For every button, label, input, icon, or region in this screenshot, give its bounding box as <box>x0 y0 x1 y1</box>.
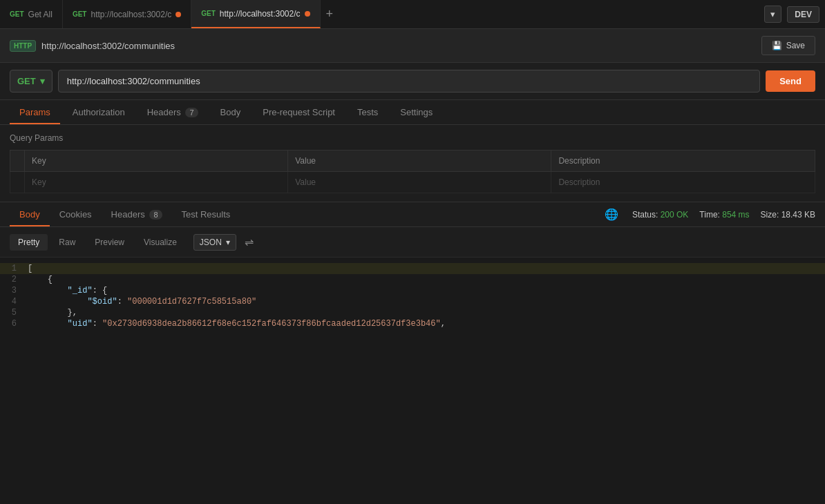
http-badge: HTTP <box>10 40 36 52</box>
table-row: Key Value Description <box>10 172 815 193</box>
filter-button[interactable]: ⇌ <box>239 233 259 251</box>
url-input[interactable] <box>58 70 760 93</box>
line-num-1: 1 <box>0 264 28 273</box>
row-description[interactable]: Description <box>551 172 815 193</box>
params-section: Query Params Key Value Description Key V… <box>0 125 825 202</box>
code-line-2: 2 { <box>0 274 825 285</box>
headers-badge: 7 <box>185 108 198 117</box>
row-checkbox[interactable] <box>10 172 25 193</box>
time-value: 854 ms <box>722 210 749 220</box>
res-headers-badge: 8 <box>149 210 162 220</box>
code-content-6: "uid": "0x2730d6938dea2b86612f68e6c152fa… <box>28 319 446 329</box>
code-line-1: 1 [ <box>0 263 825 274</box>
globe-icon: 🌐 <box>605 208 618 221</box>
code-area: 1 [ 2 { 3 "_id": { 4 "$oid": "000001d1d7… <box>0 258 825 504</box>
tab-tests[interactable]: Tests <box>348 100 388 124</box>
status-prefix: Status: <box>632 210 658 220</box>
tab-headers-label: Headers <box>147 107 181 117</box>
code-content-2: { <box>28 275 53 284</box>
raw-button[interactable]: Raw <box>50 234 84 251</box>
tab1-method: GET <box>10 10 24 18</box>
send-button[interactable]: Send <box>766 70 815 92</box>
status-label: Status: 200 OK <box>632 210 688 220</box>
tab3-label: http://localhost:3002/c <box>220 9 301 19</box>
pretty-button[interactable]: Pretty <box>10 234 48 251</box>
tab1-label: Get All <box>28 10 53 19</box>
desc-col-header: Description <box>551 151 815 172</box>
response-area: Body Cookies Headers 8 Test Results 🌐 St… <box>0 202 825 504</box>
res-tab-cookies-label: Cookies <box>59 209 92 220</box>
tab-pre-request[interactable]: Pre-request Script <box>253 100 345 124</box>
res-tab-headers-label: Headers <box>111 209 145 220</box>
tab-headers[interactable]: Headers 7 <box>138 100 208 124</box>
add-tab-button[interactable]: + <box>321 7 339 21</box>
method-chevron: ▾ <box>40 76 45 86</box>
tab-tests-label: Tests <box>357 107 378 117</box>
visualize-button[interactable]: Visualize <box>135 234 185 251</box>
tab-bar: GET Get All GET http://localhost:3002/c … <box>0 0 825 29</box>
tab-localhost-2[interactable]: GET http://localhost:3002/c <box>191 0 320 28</box>
tab-authorization[interactable]: Authorization <box>63 100 135 124</box>
res-tab-body-label: Body <box>19 209 40 220</box>
tab2-label: http://localhost:3002/c <box>91 10 171 19</box>
save-button[interactable]: 💾 Save <box>761 36 815 55</box>
env-badge[interactable]: DEV <box>787 6 819 23</box>
url-title-text: http://localhost:3002/communities <box>41 41 175 51</box>
json-format-select[interactable]: JSON ▾ <box>193 234 236 251</box>
tab-pre-request-label: Pre-request Script <box>263 107 335 117</box>
request-tabs: Params Authorization Headers 7 Body Pre-… <box>0 100 825 125</box>
tab-dropdown-button[interactable]: ▾ <box>764 6 781 23</box>
res-tab-test-results[interactable]: Test Results <box>172 202 240 226</box>
json-format-chevron: ▾ <box>226 238 230 247</box>
size-label: Size: 18.43 KB <box>761 210 815 220</box>
tab-settings-label: Settings <box>400 107 433 117</box>
value-col-header: Value <box>288 151 551 172</box>
res-tab-cookies[interactable]: Cookies <box>50 202 102 226</box>
time-label: Time: 854 ms <box>699 210 749 220</box>
tab-localhost-1[interactable]: GET http://localhost:3002/c <box>63 0 191 28</box>
query-params-title: Query Params <box>10 133 815 143</box>
res-tab-body[interactable]: Body <box>10 202 50 226</box>
line-num-3: 3 <box>0 286 28 295</box>
line-num-5: 5 <box>0 308 28 318</box>
line-num-6: 6 <box>0 319 28 329</box>
tab-params-label: Params <box>19 107 50 117</box>
status-value: 200 OK <box>661 210 689 220</box>
request-bar: GET ▾ Send <box>0 63 825 100</box>
format-toolbar: Pretty Raw Preview Visualize JSON ▾ ⇌ <box>0 227 825 258</box>
row-value[interactable]: Value <box>288 172 551 193</box>
code-content-3: "_id": { <box>28 286 107 295</box>
url-bar-section: HTTP http://localhost:3002/communities 💾… <box>0 29 825 63</box>
method-label: GET <box>17 76 36 86</box>
time-prefix: Time: <box>699 210 720 220</box>
checkbox-col-header <box>10 151 25 172</box>
json-format-label: JSON <box>200 238 222 247</box>
tab-body[interactable]: Body <box>211 100 251 124</box>
save-icon: 💾 <box>772 41 782 50</box>
row-key[interactable]: Key <box>25 172 288 193</box>
tab3-method: GET <box>201 10 216 17</box>
method-select[interactable]: GET ▾ <box>10 70 53 93</box>
tab-params[interactable]: Params <box>10 100 60 124</box>
tab2-method: GET <box>73 10 87 18</box>
tab3-dot <box>305 11 310 17</box>
code-line-4: 4 "$oid": "000001d1d7627f7c58515a80" <box>0 296 825 307</box>
res-tab-test-results-label: Test Results <box>182 209 231 220</box>
preview-button[interactable]: Preview <box>86 234 133 251</box>
line-num-4: 4 <box>0 297 28 307</box>
tab-settings[interactable]: Settings <box>390 100 442 124</box>
code-line-6: 6 "uid": "0x2730d6938dea2b86612f68e6c152… <box>0 318 825 329</box>
size-prefix: Size: <box>761 210 779 220</box>
code-content-1: [ <box>28 264 32 273</box>
code-line-3: 3 "_id": { <box>0 285 825 296</box>
res-tab-headers[interactable]: Headers 8 <box>102 202 172 226</box>
tab-get-all[interactable]: GET Get All <box>0 0 63 28</box>
tab-authorization-label: Authorization <box>73 107 125 117</box>
line-num-2: 2 <box>0 275 28 284</box>
save-label: Save <box>786 41 805 50</box>
main-content: HTTP http://localhost:3002/communities 💾… <box>0 29 825 504</box>
query-params-table: Key Value Description Key Value Descript… <box>10 150 815 193</box>
code-content-4: "$oid": "000001d1d7627f7c58515a80" <box>28 297 256 307</box>
size-value: 18.43 KB <box>781 210 815 220</box>
tab-body-label: Body <box>220 107 241 117</box>
